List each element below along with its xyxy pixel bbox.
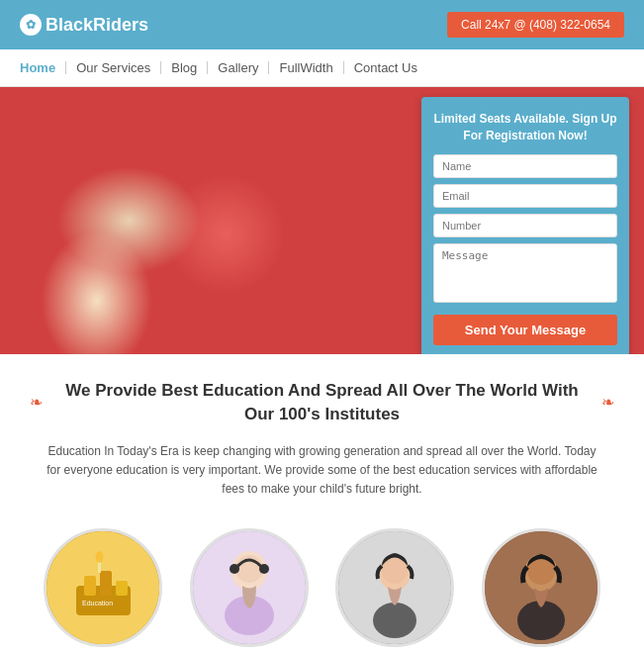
logo-riders: Riders <box>93 15 148 35</box>
form-heading: Limited Seats Available. Sign Up For Reg… <box>433 111 617 144</box>
section-title: We Provide Best Education And Spread All… <box>54 379 590 426</box>
circle-item-4 <box>482 528 600 647</box>
circle-image-2 <box>193 531 306 644</box>
svg-point-16 <box>382 558 408 584</box>
deco-left-icon: ❧ <box>30 393 43 412</box>
number-input[interactable] <box>433 214 617 237</box>
logo-text: BlackRiders <box>46 15 148 36</box>
main-content: ❧ We Provide Best Education And Spread A… <box>0 354 644 651</box>
logo: ✿ BlackRiders <box>20 14 148 36</box>
svg-rect-2 <box>84 576 96 596</box>
name-input[interactable] <box>433 154 617 178</box>
circle-item-3 <box>335 528 454 647</box>
main-nav: Home Our Services Blog Gallery FullWidth… <box>0 49 644 87</box>
svg-rect-4 <box>116 581 128 596</box>
circle-inner-2 <box>193 531 306 644</box>
circles-row: Education <box>30 518 614 651</box>
circle-image-4 <box>485 531 598 644</box>
circle-image-1: Education <box>46 531 159 644</box>
call-button[interactable]: Call 24x7 @ (408) 322-0654 <box>447 12 624 38</box>
logo-icon: ✿ <box>20 14 42 36</box>
section-description: Education In Today's Era is keep changin… <box>30 442 614 500</box>
nav-contact[interactable]: Contact Us <box>344 61 427 74</box>
circle-inner-3 <box>338 531 451 644</box>
circle-image-3 <box>338 531 451 644</box>
registration-form-panel: Limited Seats Available. Sign Up For Reg… <box>421 97 629 354</box>
logo-black: Black <box>46 15 93 35</box>
svg-rect-3 <box>100 571 112 596</box>
section-title-row: ❧ We Provide Best Education And Spread A… <box>30 379 614 426</box>
circle-inner-1: Education <box>46 531 159 644</box>
email-input[interactable] <box>433 184 617 208</box>
circle-item-1: Education <box>44 528 162 647</box>
circle-inner-4 <box>485 531 598 644</box>
svg-point-6 <box>95 551 103 563</box>
svg-point-17 <box>373 603 416 638</box>
nav-blog[interactable]: Blog <box>161 61 208 74</box>
svg-point-11 <box>230 564 239 574</box>
svg-point-12 <box>259 564 269 574</box>
nav-services[interactable]: Our Services <box>66 61 161 74</box>
deco-right-icon: ❧ <box>601 393 614 412</box>
svg-text:Education: Education <box>82 600 113 606</box>
circle-item-2 <box>190 528 309 647</box>
message-input[interactable] <box>433 243 617 303</box>
hero-section: Limited Seats Available. Sign Up For Reg… <box>0 87 644 354</box>
nav-home[interactable]: Home <box>20 61 66 74</box>
send-message-button[interactable]: Send Your Message <box>433 315 617 345</box>
nav-fullwidth[interactable]: FullWidth <box>269 61 343 74</box>
nav-gallery[interactable]: Gallery <box>208 61 269 74</box>
header: ✿ BlackRiders Call 24x7 @ (408) 322-0654 <box>0 0 644 49</box>
